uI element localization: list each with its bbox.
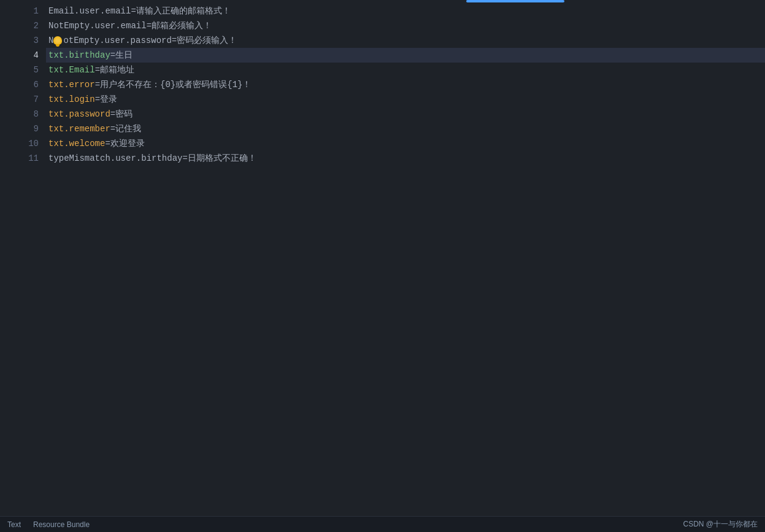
code-line: txt.welcome=欢迎登录 [46,136,765,151]
scrollbar-top[interactable] [0,0,765,2]
code-token: 欢迎登录 [110,136,145,151]
code-token: = [110,121,115,136]
line-number: 2 [20,18,39,33]
status-csdn-label: CSDN @十一与你都在 [683,519,758,530]
status-text-label: Text [7,520,21,529]
code-token: 生日 [115,48,133,63]
code-line: NotEmpty.user.email=邮箱必须输入！ [46,18,765,33]
line-number: 5 [20,63,39,77]
code-container: 1234567891011 Email.user.email=请输入正确的邮箱格… [0,2,765,516]
lightbulb-icon [53,36,62,45]
code-line: txt.remember=记住我 [46,121,765,136]
code-token: 邮箱地址 [100,63,134,77]
code-line: txt.password=密码 [46,107,765,121]
code-token: = [95,63,100,77]
code-token: NotEmpty.user.email=邮箱必须输入！ [48,18,212,33]
line-number: 4 [20,48,39,63]
code-token: = [110,107,115,121]
code-token: txt.password [48,107,110,121]
line-number: 10 [20,136,39,151]
code-token: = [110,48,115,63]
code-token: = [95,92,100,107]
code-line: Email.user.email=请输入正确的邮箱格式！ [46,4,765,18]
code-token: = [105,136,110,151]
code-line: txt.error=用户名不存在：{0}或者密码错误{1}！ [46,77,765,92]
status-left: Text Resource Bundle [7,520,90,529]
code-token: otEmpty.user.password=密码必须输入！ [63,33,237,48]
line-number: 3 [20,33,39,48]
code-token: typeMismatch.user.birthday=日期格式不正确！ [48,151,256,166]
code-token: 登录 [100,92,117,107]
line-number: 11 [20,151,39,166]
line-number: 6 [20,77,39,92]
line-number: 9 [20,121,39,136]
editor-area: 1234567891011 Email.user.email=请输入正确的邮箱格… [0,0,765,516]
status-bar: Text Resource Bundle CSDN @十一与你都在 [0,516,765,532]
line-number: 8 [20,107,39,121]
code-token: txt.birthday [48,48,110,63]
scrollbar-track[interactable] [466,0,564,2]
line-numbers: 1234567891011 [0,2,46,516]
code-line: txt.birthday=生日 [46,48,765,63]
code-token: txt.Email [48,63,95,77]
code-token: txt.welcome [48,136,105,151]
code-token: txt.error [48,77,95,92]
code-token: txt.login [48,92,95,107]
line-number: 7 [20,92,39,107]
code-token: 记住我 [115,121,141,136]
code-token: Email.user.email=请输入正确的邮箱格式！ [48,4,231,18]
code-line: txt.login=登录 [46,92,765,107]
code-line: txt.Email=邮箱地址 [46,63,765,77]
code-token: 密码 [115,107,133,121]
code-lines[interactable]: Email.user.email=请输入正确的邮箱格式！NotEmpty.use… [46,2,765,516]
code-token: txt.remember [48,121,110,136]
code-line: typeMismatch.user.birthday=日期格式不正确！ [46,151,765,166]
line-number: 1 [20,4,39,18]
status-resource-bundle-label: Resource Bundle [33,520,90,529]
code-token: = [95,77,100,92]
code-token: N [48,33,53,48]
code-token: 用户名不存在：{0}或者密码错误{1}！ [100,77,251,92]
code-line: NotEmpty.user.password=密码必须输入！ [46,33,765,48]
